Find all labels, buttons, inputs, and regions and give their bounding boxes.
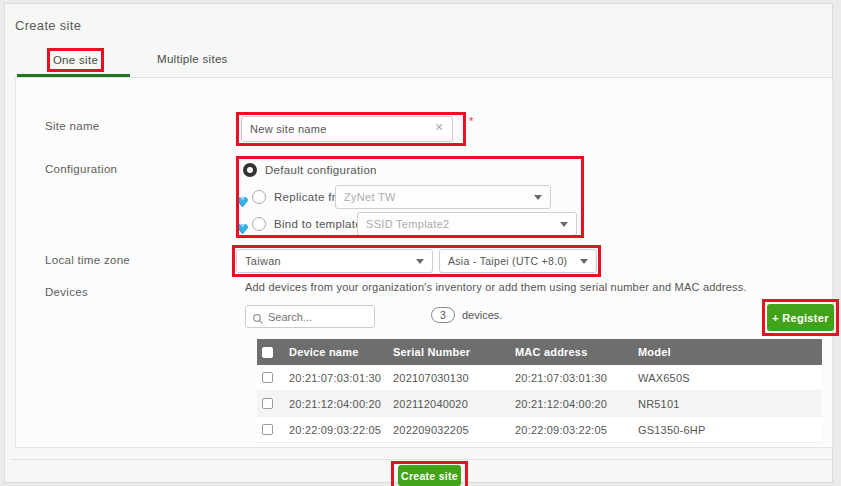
replicate-from-value: ZyNet TW [344, 191, 396, 203]
cell-mac: 20:22:09:03:22:05 [515, 424, 638, 436]
chevron-down-icon [560, 222, 568, 227]
col-model: Model [638, 346, 822, 358]
table-row[interactable]: 20:21:07:03:01:30 202107030130 20:21:07:… [257, 365, 822, 391]
cell-device-name: 20:21:07:03:01:30 [273, 372, 393, 384]
radio-bind-to-template-label: Bind to template [274, 218, 362, 230]
premium-gem-icon [237, 193, 248, 203]
time-zone-label: Local time zone [45, 254, 130, 266]
radio-default-configuration-label: Default configuration [265, 164, 377, 176]
chevron-down-icon [534, 195, 542, 200]
col-device-name: Device name [273, 346, 393, 358]
create-site-dialog: Create site One site Multiple sites Site… [4, 3, 833, 483]
radio-bind-to-template[interactable] [252, 217, 266, 231]
configuration-label: Configuration [45, 163, 117, 175]
register-button[interactable]: + Register [767, 304, 834, 331]
create-site-screen: Create site One site Multiple sites Site… [0, 0, 841, 486]
select-all-checkbox[interactable] [262, 347, 273, 358]
tab-multiple-sites[interactable]: Multiple sites [157, 53, 228, 65]
cell-model: GS1350-6HP [638, 424, 822, 436]
cell-mac: 20:21:12:04:00:20 [515, 398, 638, 410]
bind-to-template-dropdown[interactable]: SSID Template2 [357, 212, 577, 236]
table-header-row: Device name Serial Number MAC address Mo… [257, 339, 822, 365]
cell-mac: 20:21:07:03:01:30 [515, 372, 638, 384]
tab-one-site[interactable]: One site [47, 48, 104, 72]
footer-divider [10, 459, 833, 460]
table-row[interactable]: 20:21:12:04:00:20 202112040020 20:21:12:… [257, 391, 822, 417]
plus-icon: + [772, 312, 779, 324]
site-name-input[interactable] [241, 116, 453, 142]
chevron-down-icon [580, 259, 588, 264]
search-icon [252, 311, 264, 329]
device-search-box [245, 305, 375, 328]
cell-model: WAX650S [638, 372, 822, 384]
page-title: Create site [15, 18, 81, 33]
device-table: Device name Serial Number MAC address Mo… [257, 339, 822, 443]
cell-serial: 202209032205 [393, 424, 515, 436]
cell-model: NR5101 [638, 398, 822, 410]
country-dropdown[interactable]: Taiwan [236, 249, 433, 273]
cell-device-name: 20:21:12:04:00:20 [273, 398, 393, 410]
cell-serial: 202107030130 [393, 372, 515, 384]
timezone-value: Asia - Taipei (UTC +8.0) [448, 255, 567, 267]
cell-device-name: 20:22:09:03:22:05 [273, 424, 393, 436]
col-mac-address: MAC address [515, 346, 638, 358]
replicate-from-dropdown[interactable]: ZyNet TW [335, 185, 551, 209]
radio-replicate-from[interactable] [252, 190, 266, 204]
site-name-label: Site name [45, 120, 99, 132]
premium-gem-icon [237, 220, 248, 230]
chevron-down-icon [416, 259, 424, 264]
country-value: Taiwan [245, 255, 281, 267]
table-row[interactable]: 20:22:09:03:22:05 202209032205 20:22:09:… [257, 417, 822, 443]
required-asterisk: * [469, 115, 473, 127]
row-checkbox[interactable] [262, 424, 273, 435]
device-count-suffix: devices. [462, 309, 502, 321]
register-button-label: Register [779, 312, 829, 324]
clear-input-icon[interactable]: × [435, 120, 443, 134]
bind-to-template-value: SSID Template2 [366, 218, 449, 230]
radio-default-configuration[interactable] [243, 163, 257, 177]
create-site-button[interactable]: Create site [398, 465, 461, 486]
row-checkbox[interactable] [262, 372, 273, 383]
row-checkbox[interactable] [262, 398, 273, 409]
device-count-badge: 3 [431, 307, 455, 323]
col-serial-number: Serial Number [393, 346, 515, 358]
timezone-dropdown[interactable]: Asia - Taipei (UTC +8.0) [439, 249, 597, 273]
devices-label: Devices [45, 286, 88, 298]
device-search-input[interactable] [268, 307, 372, 326]
devices-description: Add devices from your organization's inv… [245, 281, 747, 293]
cell-serial: 202112040020 [393, 398, 515, 410]
